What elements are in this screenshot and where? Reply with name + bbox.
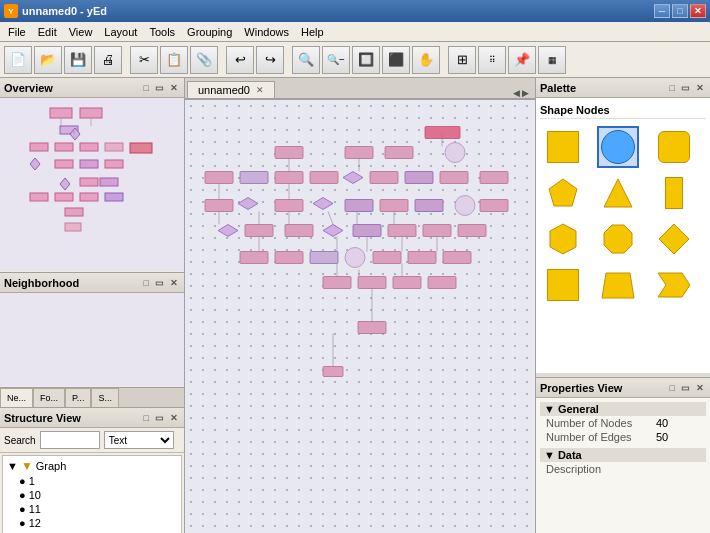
tab-properties-small[interactable]: P... bbox=[65, 388, 91, 407]
svg-marker-40 bbox=[238, 198, 258, 210]
palette-detach[interactable]: ▭ bbox=[679, 82, 692, 94]
toolbar-open[interactable]: 📂 bbox=[34, 46, 62, 74]
canvas-nav-prev[interactable]: ◀ bbox=[513, 88, 520, 98]
properties-close[interactable]: ✕ bbox=[694, 382, 706, 394]
canvas-tab-unnamed0[interactable]: unnamed0 ✕ bbox=[187, 81, 275, 98]
close-button[interactable]: ✕ bbox=[690, 4, 706, 18]
shape-triangle[interactable] bbox=[597, 172, 639, 214]
properties-general-header[interactable]: ▼ General bbox=[540, 402, 706, 416]
canvas-tab-close[interactable]: ✕ bbox=[256, 85, 264, 95]
structure-close[interactable]: ✕ bbox=[168, 412, 180, 424]
tab-folder-small[interactable]: Fo... bbox=[33, 388, 65, 407]
overview-minimize[interactable]: □ bbox=[142, 82, 151, 94]
structure-title: Structure View bbox=[4, 412, 81, 424]
overview-detach[interactable]: ▭ bbox=[153, 82, 166, 94]
overview-title: Overview bbox=[4, 82, 53, 94]
menu-edit[interactable]: Edit bbox=[32, 24, 63, 40]
properties-detach[interactable]: ▭ bbox=[679, 382, 692, 394]
list-item[interactable]: ● 1 bbox=[5, 474, 179, 488]
shape-octagon[interactable] bbox=[597, 218, 639, 260]
minimize-button[interactable]: ─ bbox=[654, 4, 670, 18]
toolbar-select[interactable]: ⬛ bbox=[382, 46, 410, 74]
window-controls: ─ □ ✕ bbox=[654, 4, 706, 18]
toolbar-save[interactable]: 💾 bbox=[64, 46, 92, 74]
svg-rect-33 bbox=[310, 172, 338, 184]
toolbar-move[interactable]: ✋ bbox=[412, 46, 440, 74]
toolbar-grid[interactable]: ⠿ bbox=[478, 46, 506, 74]
shape-rounded-rect[interactable] bbox=[653, 126, 695, 168]
tab-neighborhood-small[interactable]: Ne... bbox=[0, 388, 33, 407]
tree-expand-toggle[interactable]: ▼ ▼ Graph bbox=[5, 458, 179, 474]
svg-rect-61 bbox=[408, 252, 436, 264]
toolbar-new[interactable]: 📄 bbox=[4, 46, 32, 74]
menu-tools[interactable]: Tools bbox=[143, 24, 181, 40]
canvas-area: unnamed0 ✕ ◀ ▶ bbox=[185, 78, 535, 533]
shape-hexagon[interactable] bbox=[542, 218, 584, 260]
shape-pentagon[interactable] bbox=[542, 172, 584, 214]
shape-diamond[interactable] bbox=[653, 218, 695, 260]
svg-rect-47 bbox=[480, 200, 508, 212]
search-input[interactable] bbox=[40, 431, 100, 449]
palette-close[interactable]: ✕ bbox=[694, 82, 706, 94]
canvas-viewport[interactable] bbox=[185, 100, 535, 533]
list-item[interactable]: ● 11 bbox=[5, 502, 179, 516]
shape-trapezoid[interactable] bbox=[597, 264, 639, 306]
node-bullet: ● bbox=[19, 475, 26, 487]
tree-node-1: 1 bbox=[29, 475, 35, 487]
menu-file[interactable]: File bbox=[2, 24, 32, 40]
shape-circle[interactable] bbox=[597, 126, 639, 168]
svg-rect-13 bbox=[80, 178, 98, 186]
shape-tall-rect[interactable] bbox=[653, 172, 695, 214]
structure-detach[interactable]: ▭ bbox=[153, 412, 166, 424]
menu-grouping[interactable]: Grouping bbox=[181, 24, 238, 40]
list-item[interactable]: ● 10 bbox=[5, 488, 179, 502]
overview-close[interactable]: ✕ bbox=[168, 82, 180, 94]
toolbar-copy[interactable]: 📋 bbox=[160, 46, 188, 74]
palette-minimize[interactable]: □ bbox=[668, 82, 677, 94]
toolbar-paste[interactable]: 📎 bbox=[190, 46, 218, 74]
canvas-nav-next[interactable]: ▶ bbox=[522, 88, 529, 98]
neighborhood-detach[interactable]: ▭ bbox=[153, 277, 166, 289]
tree-node-12: 12 bbox=[29, 517, 41, 529]
list-item[interactable]: ● 12 bbox=[5, 516, 179, 530]
collapse-icon-general: ▼ bbox=[544, 403, 555, 415]
toolbar-extra1[interactable]: ▦ bbox=[538, 46, 566, 74]
tab-structure-small[interactable]: S... bbox=[91, 388, 119, 407]
search-label: Search bbox=[4, 435, 36, 446]
toolbar-redo[interactable]: ↪ bbox=[256, 46, 284, 74]
shape-chevron[interactable] bbox=[653, 264, 695, 306]
title-bar-left: Y unnamed0 - yEd bbox=[4, 4, 107, 18]
svg-marker-90 bbox=[549, 179, 577, 206]
maximize-button[interactable]: □ bbox=[672, 4, 688, 18]
shape-square[interactable] bbox=[542, 126, 584, 168]
neighborhood-close[interactable]: ✕ bbox=[168, 277, 180, 289]
neighborhood-minimize[interactable]: □ bbox=[142, 277, 151, 289]
toolbar-layout[interactable]: ⊞ bbox=[448, 46, 476, 74]
svg-rect-32 bbox=[275, 172, 303, 184]
node-bullet: ● bbox=[19, 489, 26, 501]
left-panel: Overview □ ▭ ✕ bbox=[0, 78, 185, 533]
toolbar-snap[interactable]: 📌 bbox=[508, 46, 536, 74]
menu-windows[interactable]: Windows bbox=[238, 24, 295, 40]
search-filter-dropdown[interactable]: Text Label ID bbox=[104, 431, 174, 449]
structure-minimize[interactable]: □ bbox=[142, 412, 151, 424]
app-icon: Y bbox=[4, 4, 18, 18]
properties-minimize[interactable]: □ bbox=[668, 382, 677, 394]
svg-rect-41 bbox=[275, 200, 303, 212]
properties-data-header[interactable]: ▼ Data bbox=[540, 448, 706, 462]
menu-layout[interactable]: Layout bbox=[98, 24, 143, 40]
svg-rect-11 bbox=[105, 160, 123, 168]
toolbar: 📄 📂 💾 🖨 ✂ 📋 📎 ↩ ↪ 🔍 🔍− 🔲 ⬛ ✋ ⊞ ⠿ 📌 ▦ bbox=[0, 42, 710, 78]
toolbar-zoom-in[interactable]: 🔍 bbox=[292, 46, 320, 74]
shape-square2[interactable] bbox=[542, 264, 584, 306]
toolbar-print[interactable]: 🖨 bbox=[94, 46, 122, 74]
svg-rect-52 bbox=[353, 225, 381, 237]
svg-rect-45 bbox=[415, 200, 443, 212]
menu-view[interactable]: View bbox=[63, 24, 99, 40]
svg-rect-36 bbox=[405, 172, 433, 184]
toolbar-cut[interactable]: ✂ bbox=[130, 46, 158, 74]
toolbar-undo[interactable]: ↩ bbox=[226, 46, 254, 74]
toolbar-zoom-fit[interactable]: 🔲 bbox=[352, 46, 380, 74]
toolbar-zoom-out[interactable]: 🔍− bbox=[322, 46, 350, 74]
menu-help[interactable]: Help bbox=[295, 24, 330, 40]
